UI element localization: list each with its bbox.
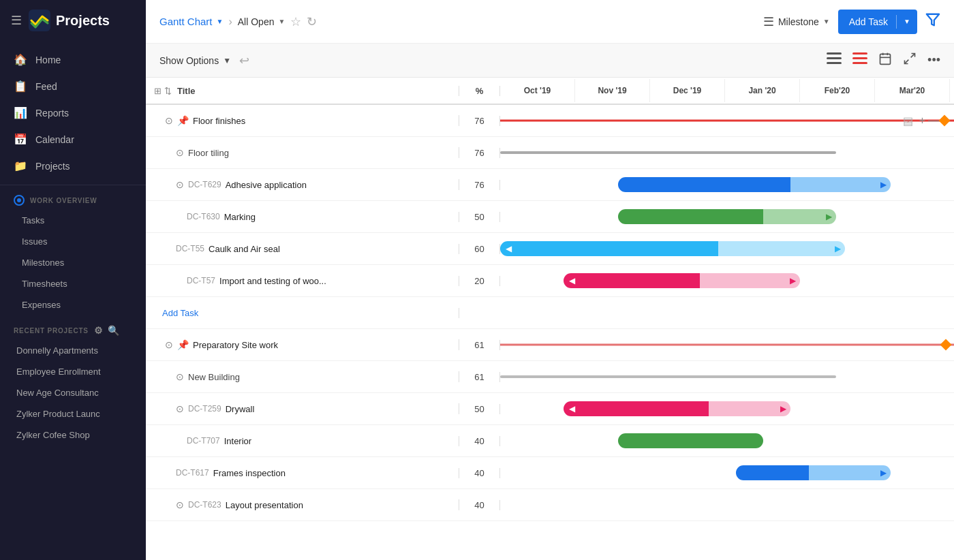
- logo-icon: [29, 10, 50, 31]
- nav-projects-label: Projects: [35, 161, 70, 172]
- task-name-floor-tiling: Floor tiling: [188, 148, 229, 158]
- expand-layout[interactable]: ⊙: [176, 499, 184, 510]
- table-row: DC-T55 Caulk and Air seal 60 ◀ ▶: [146, 233, 954, 265]
- table-row: DC-T630 Marking 50 ▶: [146, 201, 954, 233]
- nav-calendar-label: Calendar: [35, 134, 74, 145]
- calendar-view-icon[interactable]: [878, 52, 892, 69]
- gantt-header: ⊞ ⇅ Title % Oct '19 Nov '19 Dec '19 Jan …: [146, 78, 954, 105]
- pct-floor-tiling: 76: [459, 148, 500, 158]
- svg-rect-5: [852, 52, 867, 55]
- table-row: ⊙ DC-T629 Adhesive application 76 ▶: [146, 169, 954, 201]
- sidebar-tasks[interactable]: Tasks: [0, 210, 146, 231]
- sidebar-expenses[interactable]: Expenses: [0, 294, 146, 315]
- task-name-interior: Interior: [224, 436, 450, 446]
- hamburger-menu[interactable]: ☰: [11, 13, 22, 28]
- undo-button[interactable]: ↩: [239, 53, 249, 68]
- nav-projects[interactable]: 📁 Projects: [0, 153, 146, 179]
- month-feb20: Feb'20: [800, 79, 875, 102]
- task-name-frames: Frames inspection: [213, 468, 450, 478]
- projects-icon: 📁: [14, 159, 27, 172]
- sidebar-issues[interactable]: Issues: [0, 231, 146, 252]
- gantt-chart-button[interactable]: Gantt Chart ▼: [159, 16, 223, 27]
- gantt-chart-label: Gantt Chart: [159, 16, 213, 27]
- pct-preparatory: 61: [459, 340, 500, 350]
- gantt-bar-floor-finishes: → — + ▤: [500, 105, 954, 136]
- month-apr20: Apr'20: [950, 79, 954, 102]
- svg-line-12: [911, 54, 915, 58]
- expand-all-icon[interactable]: ⊞: [154, 86, 161, 96]
- pct-interior: 40: [459, 436, 500, 446]
- gantt-body: ⊙ 📌 Floor finishes 76 → — + ▤ ⊙: [146, 105, 954, 560]
- svg-rect-3: [827, 57, 842, 59]
- milestone-button[interactable]: ☰ Milestone ▼: [763, 14, 830, 29]
- sidebar-milestones[interactable]: Milestones: [0, 252, 146, 273]
- gantt-bar-preparatory: [500, 329, 954, 360]
- main-content: Gantt Chart ▼ › All Open ▼ ☆ ↻ ☰ Milesto…: [146, 0, 954, 560]
- sidebar: ☰ Projects 🏠 Home 📋 Feed 📊 Reports 📅 Cal…: [0, 0, 146, 560]
- expand-drywall[interactable]: ⊙: [176, 403, 184, 414]
- project-zylker-product[interactable]: Zylker Product Launc: [0, 403, 146, 424]
- svg-rect-8: [880, 54, 891, 64]
- filter-icon[interactable]: [925, 12, 940, 31]
- expand-icon[interactable]: [903, 52, 917, 69]
- expand-new-building[interactable]: ⊙: [176, 371, 184, 382]
- nav-feed[interactable]: 📋 Feed: [0, 73, 146, 99]
- task-cell-adhesive: ⊙ DC-T629 Adhesive application: [146, 179, 459, 190]
- show-options-arrow: ▼: [223, 56, 231, 65]
- pct-caulk: 60: [459, 244, 500, 254]
- project-donnelly[interactable]: Donnelly Apartments: [0, 340, 146, 361]
- expand-floor-tiling[interactable]: ⊙: [176, 147, 184, 158]
- pin-icon-preparatory: 📌: [177, 339, 189, 350]
- task-cell-floor-tiling: ⊙ Floor tiling: [146, 147, 459, 158]
- expand-floor-finishes[interactable]: ⊙: [165, 115, 173, 126]
- favorite-icon[interactable]: ☆: [290, 14, 301, 29]
- refresh-icon[interactable]: ↻: [307, 14, 317, 29]
- table-row: ⊙ DC-T623 Layout presentation 40: [146, 489, 954, 521]
- add-task-dropdown-arrow[interactable]: ▼: [897, 18, 917, 25]
- project-newage[interactable]: New Age Consultanc: [0, 382, 146, 403]
- gantt-container: ⊞ ⇅ Title % Oct '19 Nov '19 Dec '19 Jan …: [146, 78, 954, 560]
- task-id-caulk: DC-T55: [176, 244, 204, 253]
- task-name-layout: Layout presentation: [226, 500, 450, 510]
- nav-reports-label: Reports: [35, 108, 69, 119]
- expand-preparatory[interactable]: ⊙: [165, 339, 173, 350]
- work-overview-title: WORK OVERVIEW: [0, 185, 146, 210]
- nav-reports[interactable]: 📊 Reports: [0, 99, 146, 126]
- svg-rect-4: [827, 62, 842, 64]
- expand-adhesive[interactable]: ⊙: [176, 179, 184, 190]
- nav-calendar[interactable]: 📅 Calendar: [0, 126, 146, 153]
- highlight-icon[interactable]: [852, 52, 867, 68]
- more-options-icon[interactable]: •••: [927, 53, 940, 67]
- groupby-icon[interactable]: [827, 52, 842, 68]
- task-cell-import: DC-T57 Import and testing of woo...: [146, 276, 459, 286]
- nav-home[interactable]: 🏠 Home: [0, 46, 146, 73]
- sidebar-timesheets[interactable]: Timesheets: [0, 273, 146, 294]
- task-name-drywall: Drywall: [226, 404, 450, 414]
- add-task-button[interactable]: Add Task ▼: [838, 10, 917, 34]
- app-logo: Projects: [29, 10, 110, 31]
- task-name-marking: Marking: [224, 212, 450, 222]
- work-overview-section: WORK OVERVIEW Tasks Issues Milestones Ti…: [0, 185, 146, 315]
- filter-icon[interactable]: ⚙: [94, 325, 104, 336]
- search-icon[interactable]: 🔍: [108, 325, 120, 336]
- add-task-link[interactable]: Add Task: [154, 308, 206, 318]
- svg-rect-6: [852, 57, 867, 59]
- all-open-button[interactable]: All Open ▼: [238, 16, 286, 27]
- task-cell-caulk: DC-T55 Caulk and Air seal: [146, 244, 459, 254]
- month-oct19: Oct '19: [500, 79, 575, 102]
- milestone-label: Milestone: [778, 16, 819, 27]
- table-row: ⊙ 📌 Preparatory Site work 61: [146, 329, 954, 361]
- milestone-dropdown-arrow: ▼: [823, 18, 830, 25]
- sort-icon[interactable]: ⇅: [164, 86, 172, 96]
- breadcrumb-separator: ›: [228, 16, 232, 28]
- show-options-button[interactable]: Show Options ▼: [159, 55, 231, 66]
- task-cell-floor-finishes: ⊙ 📌 Floor finishes: [146, 115, 459, 126]
- gantt-bar-interior: [500, 425, 954, 456]
- nav-home-label: Home: [35, 55, 61, 65]
- task-id-layout: DC-T623: [188, 500, 221, 510]
- project-zylker-coffee[interactable]: Zylker Cofee Shop: [0, 424, 146, 446]
- project-employee[interactable]: Employee Enrollment: [0, 361, 146, 382]
- main-nav: 🏠 Home 📋 Feed 📊 Reports 📅 Calendar 📁 Pro…: [0, 41, 146, 185]
- reports-icon: 📊: [14, 106, 27, 119]
- svg-rect-2: [827, 52, 842, 55]
